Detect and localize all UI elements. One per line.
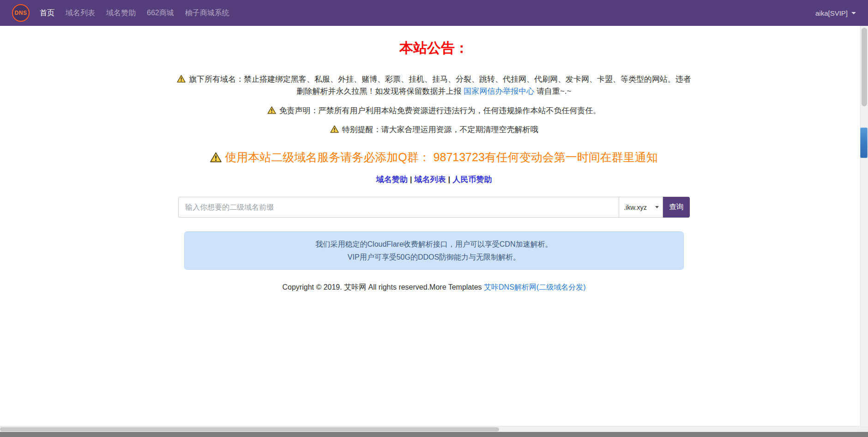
vertical-scrollbar[interactable] — [860, 26, 868, 426]
footer: Copyright © 2019. 艾咔网 All rights reserve… — [0, 283, 868, 292]
dns-logo-icon[interactable]: DNS — [12, 4, 30, 22]
cdn-info-box: 我们采用稳定的CloudFlare收费解析接口，用户可以享受CDN加速解析。 V… — [184, 231, 684, 269]
notice-text: 免责声明：严禁所有用户利用本站免费资源进行违法行为，任何违规操作本站不负任何责任… — [279, 106, 601, 115]
navbar: DNS 首页 域名列表 域名赞助 662商城 柚子商城系统 aika[SVIP] — [0, 0, 868, 26]
floating-sidebar-tab[interactable] — [860, 127, 868, 158]
qq-group-notice: 使用本站二级域名服务请务必添加Q群： 98713723有任何变动会第一时间在群里… — [0, 150, 868, 165]
nav-item-domain-sponsor[interactable]: 域名赞助 — [106, 8, 136, 18]
search-bar: .ikw.xyz 查询 — [178, 197, 690, 218]
qq-notice-text: 使用本站二级域名服务请务必添加Q群： 98713723有任何变动会第一时间在群里… — [225, 151, 658, 164]
notice-text-after: 请自重~.~ — [534, 87, 571, 96]
caret-down-icon — [851, 12, 856, 14]
scrollbar-corner — [860, 426, 868, 432]
copyright-text: Copyright © 2019. 艾咔网 All rights reserve… — [283, 283, 484, 291]
footer-site-link[interactable]: 艾咔DNS解析网(二级域名分发) — [484, 283, 585, 291]
page-title: 本站公告： — [0, 39, 868, 58]
horizontal-scrollbar-thumb[interactable] — [0, 427, 499, 431]
nav-links: 首页 域名列表 域名赞助 662商城 柚子商城系统 — [40, 8, 229, 18]
domain-suffix-select[interactable]: .ikw.xyz — [619, 197, 663, 218]
notice-text-before: 旗下所有域名：禁止搭建绑定黑客、私服、外挂、赌博、彩票、挂机、挂马、分裂、跳转、… — [189, 75, 691, 96]
nav-item-youzi-shop[interactable]: 柚子商城系统 — [185, 8, 229, 18]
nav-item-domain-list[interactable]: 域名列表 — [66, 8, 95, 18]
page: DNS 首页 域名列表 域名赞助 662商城 柚子商城系统 aika[SVIP]… — [0, 0, 868, 437]
caret-down-icon — [655, 206, 659, 208]
horizontal-scrollbar[interactable] — [0, 426, 860, 432]
report-center-link[interactable]: 国家网信办举报中心 — [464, 87, 534, 96]
search-button[interactable]: 查询 — [663, 197, 690, 218]
main-content: 本站公告： 旗下所有域名：禁止搭建绑定黑客、私服、外挂、赌博、彩票、挂机、挂马、… — [0, 0, 868, 292]
warning-triangle-icon — [210, 152, 222, 163]
notice-reminder: 特别提醒：请大家合理运用资源，不定期清理空壳解析哦 — [175, 124, 693, 136]
window-bottom-strip — [0, 432, 868, 437]
nav-item-home[interactable]: 首页 — [40, 8, 54, 18]
notice-disclaimer: 免责声明：严禁所有用户利用本站免费资源进行违法行为，任何违规操作本站不负任何责任… — [175, 105, 693, 117]
info-line-2: VIP用户可享受50G的DDOS防御能力与无限制解析。 — [189, 251, 679, 263]
domain-prefix-input[interactable] — [178, 197, 619, 218]
quick-link-rmb-sponsor[interactable]: 人民币赞助 — [452, 175, 492, 184]
nav-item-662-shop[interactable]: 662商城 — [147, 8, 174, 18]
warning-triangle-icon — [267, 106, 276, 114]
quick-link-domain-sponsor[interactable]: 域名赞助 — [376, 175, 408, 184]
brand-text: DNS — [15, 10, 27, 16]
warning-triangle-icon — [330, 125, 339, 133]
quick-link-domain-list[interactable]: 域名列表 — [415, 175, 446, 184]
link-separator: | — [448, 175, 451, 184]
user-menu[interactable]: aika[SVIP] — [815, 9, 856, 17]
info-line-1: 我们采用稳定的CloudFlare收费解析接口，用户可以享受CDN加速解析。 — [189, 238, 679, 250]
quick-links: 域名赞助|域名列表|人民币赞助 — [0, 174, 868, 185]
notice-forbidden: 旗下所有域名：禁止搭建绑定黑客、私服、外挂、赌博、彩票、挂机、挂马、分裂、跳转、… — [175, 73, 693, 98]
notice-text: 特别提醒：请大家合理运用资源，不定期清理空壳解析哦 — [342, 125, 538, 134]
selected-suffix: .ikw.xyz — [624, 204, 647, 211]
warning-triangle-icon — [177, 75, 186, 83]
vertical-scrollbar-thumb[interactable] — [862, 28, 867, 106]
link-separator: | — [410, 175, 412, 184]
user-name: aika[SVIP] — [815, 9, 848, 17]
